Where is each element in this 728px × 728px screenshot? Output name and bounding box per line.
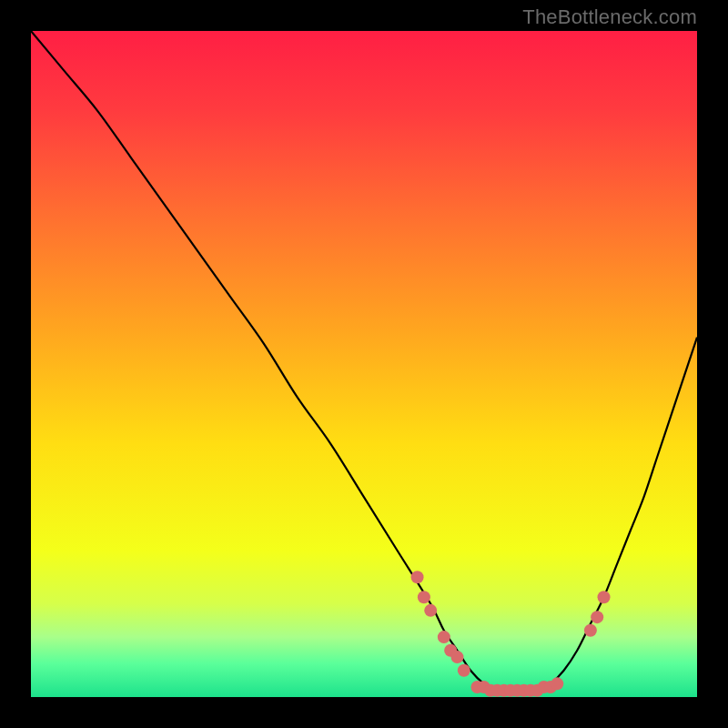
- sample-point: [591, 611, 603, 623]
- sample-point: [598, 591, 611, 603]
- attribution-text: TheBottleneck.com: [522, 5, 697, 29]
- sample-point: [438, 631, 450, 643]
- sample-point: [424, 604, 437, 617]
- sample-point: [458, 664, 470, 677]
- sample-point: [551, 677, 563, 690]
- chart-frame: TheBottleneck.com: [0, 0, 728, 728]
- plot-area: [31, 31, 697, 697]
- bottleneck-chart: [31, 31, 697, 697]
- gradient-background: [31, 31, 697, 697]
- sample-point: [584, 624, 597, 637]
- sample-point: [450, 651, 463, 663]
- sample-point: [411, 571, 424, 583]
- sample-point: [418, 591, 430, 603]
